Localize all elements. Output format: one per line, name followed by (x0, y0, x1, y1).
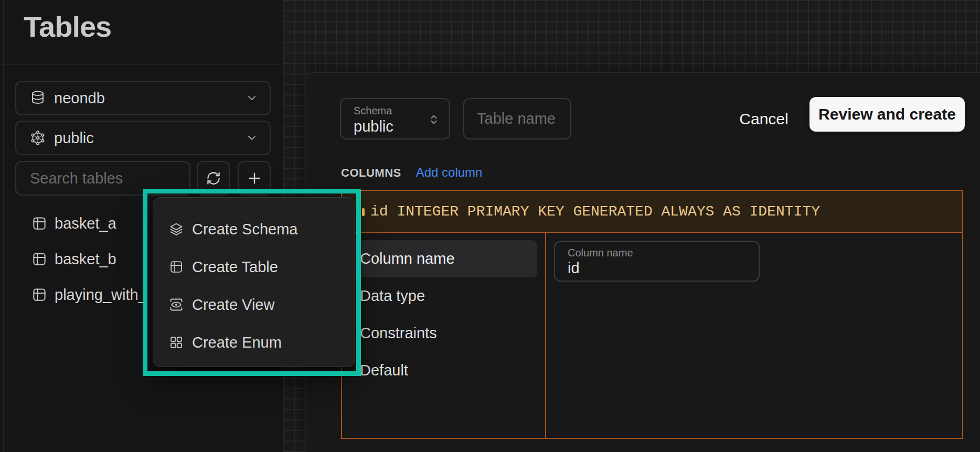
menu-item-label: Create View (192, 296, 274, 314)
chevron-down-icon (246, 92, 258, 104)
database-select[interactable]: neondb (15, 81, 271, 115)
nav-item-default[interactable]: Default (348, 352, 537, 389)
menu-item-label: Create Schema (192, 221, 298, 238)
column-name-input[interactable] (568, 260, 749, 277)
grid-icon (169, 335, 184, 350)
view-eye-icon (169, 297, 184, 312)
table-icon (169, 260, 184, 274)
menu-item-create-schema[interactable]: Create Schema (153, 210, 355, 248)
database-select-value: neondb (54, 90, 246, 107)
menu-item-create-enum[interactable]: Create Enum (153, 324, 355, 361)
schema-select-value: public (54, 130, 246, 147)
refresh-button[interactable] (197, 161, 230, 196)
column-definition-panel: id INTEGER PRIMARY KEY GENERATED ALWAYS … (341, 190, 963, 439)
create-menu: Create Schema Create Table Create View (153, 197, 355, 367)
add-column-link[interactable]: Add column (416, 165, 483, 180)
refresh-icon (206, 170, 221, 186)
column-form-main: Column name (546, 233, 962, 438)
table-name-field (463, 98, 571, 139)
review-and-create-button[interactable]: Review and create (809, 97, 965, 132)
table-item-label: basket_b (55, 251, 116, 268)
table-icon (31, 216, 47, 231)
database-icon (30, 90, 46, 106)
schema-field-value: public (354, 118, 428, 135)
cancel-button[interactable]: Cancel (729, 98, 798, 139)
column-name-field-label: Column name (568, 247, 633, 259)
add-table-button[interactable] (238, 161, 271, 196)
search-tables-box (15, 161, 190, 196)
chevron-down-icon (246, 132, 258, 144)
table-item-label: basket_a (55, 215, 116, 232)
menu-item-label: Create Enum (192, 334, 282, 351)
table-name-input[interactable] (464, 99, 570, 138)
schema-field-label: Schema (354, 105, 428, 117)
columns-header-row: COLUMNS Add column (341, 165, 482, 180)
tables-page: Tables neondb (0, 0, 980, 452)
plus-icon (246, 170, 263, 187)
nav-item-constraints[interactable]: Constraints (348, 315, 537, 352)
table-icon (31, 287, 47, 303)
schema-select[interactable]: public (15, 121, 271, 155)
menu-item-create-view[interactable]: Create View (153, 286, 355, 324)
schema-icon (30, 130, 46, 146)
menu-item-create-table[interactable]: Create Table (153, 248, 355, 286)
column-sql-row[interactable]: id INTEGER PRIMARY KEY GENERATED ALWAYS … (342, 191, 962, 233)
column-sql-text: id INTEGER PRIMARY KEY GENERATED ALWAYS … (370, 203, 820, 220)
table-icon (31, 251, 47, 267)
menu-item-label: Create Table (192, 259, 278, 276)
column-name-field: Column name (554, 241, 760, 282)
column-form-body: Column name Data type Constraints Defaul… (342, 233, 962, 438)
column-form-nav: Column name Data type Constraints Defaul… (342, 233, 546, 438)
search-tables-input[interactable] (16, 162, 189, 195)
schema-field-select[interactable]: Schema public (340, 98, 450, 139)
columns-header: COLUMNS (341, 166, 401, 180)
table-item-label: playing_with_ (55, 286, 147, 304)
nav-item-column-name[interactable]: Column name (348, 240, 537, 277)
nav-item-data-type[interactable]: Data type (348, 277, 537, 315)
chevrons-up-down-icon (428, 112, 440, 127)
layers-icon (169, 222, 184, 236)
sidebar-divider (0, 64, 283, 65)
hidden-glyph-fragment (362, 208, 365, 216)
page-title: Tables (24, 9, 111, 44)
